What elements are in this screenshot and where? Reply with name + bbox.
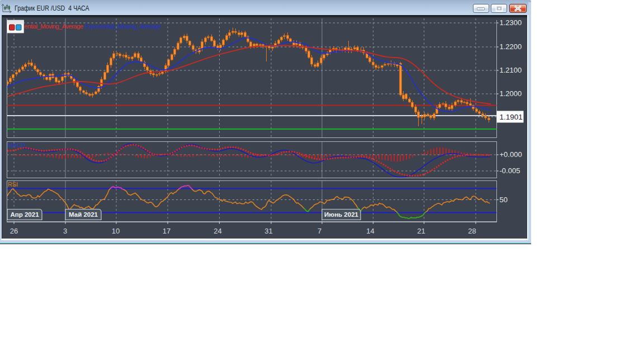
svg-text:Май 2021: Май 2021 [69,211,98,218]
svg-text:7: 7 [318,227,321,235]
svg-text:24: 24 [214,227,221,235]
svg-text:RSI: RSI [8,181,18,188]
svg-text:ential_Moving_Average: ential_Moving_Average [24,23,83,30]
svg-text:26: 26 [10,227,18,235]
svg-text:1.2000: 1.2000 [500,89,522,98]
svg-text:1.1901: 1.1901 [500,113,523,121]
svg-text:Exponential_Moving_Average: Exponential_Moving_Average [85,23,161,30]
svg-text:50: 50 [500,196,508,204]
svg-text:MACD: MACD [8,142,26,149]
svg-text:3: 3 [63,227,67,235]
svg-text:1.2300: 1.2300 [500,18,522,27]
svg-text:Июнь 2021: Июнь 2021 [324,211,358,218]
svg-text:31: 31 [264,227,272,235]
svg-text:10: 10 [112,227,120,235]
svg-text:1.2100: 1.2100 [500,66,522,74]
svg-text:14: 14 [366,227,374,235]
svg-text:1.2200: 1.2200 [500,42,522,51]
svg-text:+0.000: +0.000 [500,150,522,159]
svg-text:21: 21 [417,227,425,235]
svg-text:Апр 2021: Апр 2021 [10,211,39,218]
svg-text:28: 28 [468,227,476,235]
svg-text:-0.005: -0.005 [500,166,520,175]
svg-text:17: 17 [163,227,171,235]
